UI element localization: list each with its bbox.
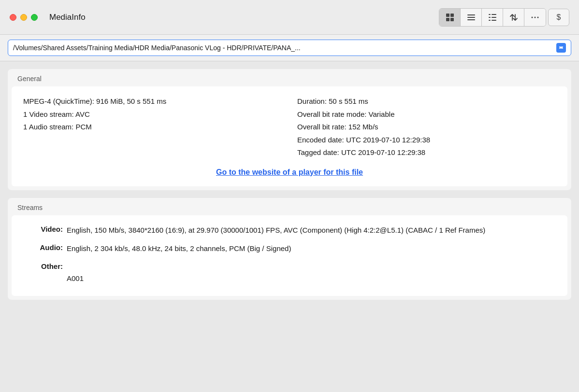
view-toggle-group: [439, 8, 546, 27]
dollar-icon: $: [557, 13, 561, 22]
stream-video-value: English, 150 Mb/s, 3840*2160 (16:9), at …: [67, 225, 556, 236]
toolbar-buttons: $: [439, 8, 569, 27]
minimize-button[interactable]: [20, 14, 27, 21]
dollar-button[interactable]: $: [548, 9, 569, 26]
svg-rect-2: [446, 18, 449, 21]
general-bitrate-mode: Overall bit rate mode: Variable: [297, 109, 556, 120]
svg-rect-1: [450, 14, 454, 17]
general-encoded-date: Encoded date: UTC 2019-07-10 12:29:38: [297, 135, 556, 146]
list-icon1: [466, 13, 476, 22]
svg-rect-3: [450, 18, 454, 21]
general-right: Duration: 50 s 551 ms Overall bit rate m…: [297, 96, 556, 158]
maximize-button[interactable]: [31, 14, 38, 21]
close-button[interactable]: [10, 14, 16, 21]
more-button[interactable]: [524, 9, 546, 26]
stream-audio-row: Audio: English, 2 304 kb/s, 48.0 kHz, 24…: [23, 243, 556, 254]
svg-rect-9: [489, 17, 491, 18]
swap-button[interactable]: [503, 9, 524, 26]
svg-rect-7: [489, 14, 491, 15]
list-icon2: [488, 13, 497, 22]
list-view-button2[interactable]: [482, 9, 503, 26]
title-bar: MediaInfo: [0, 0, 579, 35]
svg-point-15: [537, 16, 539, 18]
swap-icon: [509, 13, 519, 22]
app-title: MediaInfo: [49, 13, 86, 22]
list-view-button1[interactable]: [461, 9, 482, 26]
traffic-lights: [10, 14, 38, 21]
streams-section-body: Video: English, 150 Mb/s, 3840*2160 (16:…: [12, 215, 567, 296]
streams-section-header: Streams: [8, 198, 571, 215]
path-chevron-button[interactable]: [556, 43, 566, 53]
path-text: /Volumes/Shared Assets/Training Media/HD…: [13, 44, 552, 52]
main-content: General MPEG-4 (QuickTime): 916 MiB, 50 …: [0, 61, 579, 391]
general-grid: MPEG-4 (QuickTime): 916 MiB, 50 s 551 ms…: [23, 96, 556, 158]
stream-video-row: Video: English, 150 Mb/s, 3840*2160 (16:…: [23, 225, 556, 236]
grid-icon: [445, 13, 455, 22]
chevron-icon: [558, 45, 564, 51]
stream-other-label: Other:: [23, 262, 67, 270]
stream-video-label: Video:: [23, 225, 67, 233]
general-info-line-1: MPEG-4 (QuickTime): 916 MiB, 50 s 551 ms: [23, 96, 282, 107]
svg-rect-0: [446, 14, 449, 17]
svg-rect-8: [492, 14, 496, 15]
svg-point-13: [532, 16, 533, 18]
grid-view-button[interactable]: [439, 9, 461, 26]
general-info-line-3: 1 Audio stream: PCM: [23, 122, 282, 133]
stream-other-subvalue: A001: [23, 274, 556, 282]
svg-point-14: [535, 16, 536, 18]
svg-rect-12: [492, 20, 496, 21]
general-tagged-date: Tagged date: UTC 2019-07-10 12:29:38: [297, 147, 556, 158]
general-left: MPEG-4 (QuickTime): 916 MiB, 50 s 551 ms…: [23, 96, 282, 158]
general-section: General MPEG-4 (QuickTime): 916 MiB, 50 …: [8, 69, 571, 190]
more-icon: [530, 13, 540, 22]
general-bitrate: Overall bit rate: 152 Mb/s: [297, 122, 556, 133]
svg-rect-4: [467, 14, 475, 15]
general-section-body: MPEG-4 (QuickTime): 916 MiB, 50 s 551 ms…: [12, 86, 567, 186]
svg-rect-5: [467, 17, 475, 18]
stream-audio-label: Audio:: [23, 243, 67, 252]
path-bar: /Volumes/Shared Assets/Training Media/HD…: [0, 35, 579, 61]
general-info-line-2: 1 Video stream: AVC: [23, 109, 282, 120]
player-link[interactable]: Go to the website of a player for this f…: [23, 168, 556, 177]
stream-other-row: Other:: [23, 262, 556, 270]
svg-rect-6: [467, 19, 475, 20]
svg-rect-11: [489, 20, 491, 21]
stream-audio-value: English, 2 304 kb/s, 48.0 kHz, 24 bits, …: [67, 243, 556, 254]
svg-rect-10: [492, 17, 496, 18]
streams-section: Streams Video: English, 150 Mb/s, 3840*2…: [8, 198, 571, 300]
general-section-header: General: [8, 69, 571, 86]
path-input-wrapper[interactable]: /Volumes/Shared Assets/Training Media/HD…: [8, 40, 571, 56]
general-duration: Duration: 50 s 551 ms: [297, 96, 556, 107]
